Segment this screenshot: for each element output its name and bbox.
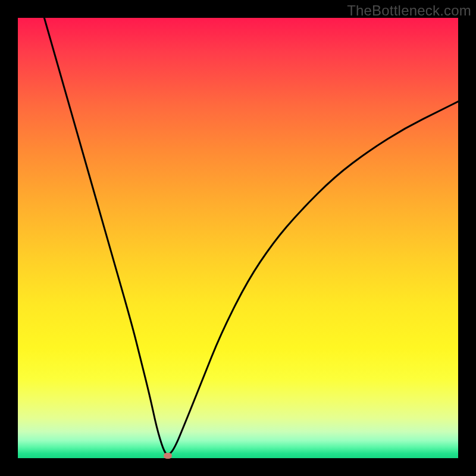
watermark-text: TheBottleneck.com [347, 2, 471, 19]
chart-frame: TheBottleneck.com [0, 0, 476, 476]
bottleneck-curve [18, 18, 458, 458]
minimum-marker [164, 453, 172, 459]
